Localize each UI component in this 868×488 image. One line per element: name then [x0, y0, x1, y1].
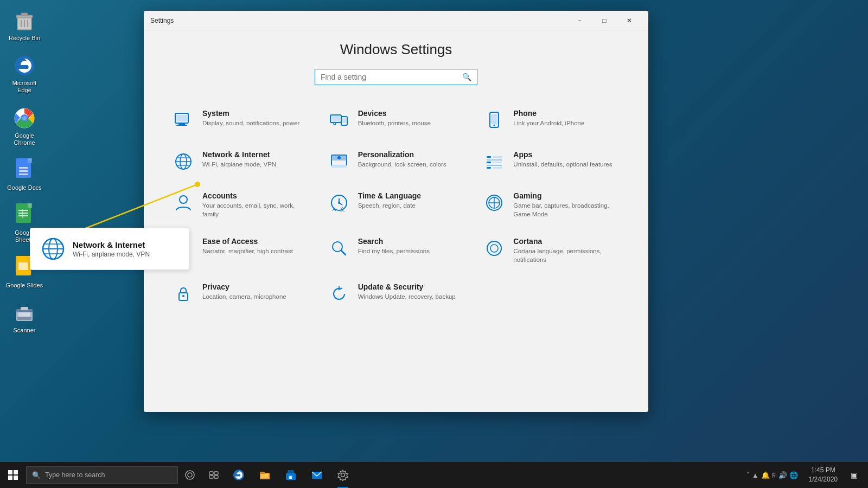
- phone-icon: [483, 109, 506, 132]
- ease-name: Ease of Access: [202, 237, 309, 246]
- setting-item-gaming[interactable]: Gaming Game bar, captures, broadcasting,…: [476, 184, 627, 226]
- update-desc: Windows Update, recovery, backup: [358, 292, 465, 301]
- search-name: Search: [358, 237, 465, 246]
- taskbar-settings-app[interactable]: [330, 462, 356, 488]
- taskbar-cortana-button[interactable]: [178, 462, 202, 488]
- accounts-icon: [172, 191, 195, 214]
- svg-rect-37: [342, 118, 346, 123]
- start-button[interactable]: [0, 462, 26, 488]
- desktop: Recycle Bin Microsoft Edge: [0, 0, 868, 488]
- taskbar-search-box[interactable]: 🔍 Type here to search: [26, 466, 178, 484]
- settings-search-box[interactable]: 🔍: [315, 69, 477, 85]
- svg-rect-21: [28, 203, 32, 208]
- time-name: Time & Language: [358, 191, 465, 200]
- svg-text:⊞: ⊞: [289, 475, 292, 480]
- search-icon: 🔍: [462, 73, 471, 81]
- taskbar-clock[interactable]: 1:45 PM 1/24/2020: [802, 462, 844, 488]
- gaming-desc: Game bar, captures, broadcasting, Game M…: [513, 201, 620, 219]
- clock-time: 1:45 PM: [811, 466, 835, 475]
- svg-rect-23: [18, 262, 28, 270]
- svg-rect-2: [21, 13, 28, 16]
- svg-point-41: [494, 125, 495, 126]
- recycle-bin-icon[interactable]: Recycle Bin: [3, 5, 46, 45]
- svg-point-106: [341, 473, 345, 477]
- svg-rect-49: [331, 165, 347, 168]
- cortana-desc: Cortana language, permissions, notificat…: [513, 247, 620, 264]
- svg-rect-18: [18, 213, 28, 214]
- tray-icons: ▲ 🔔 ⎘ 🔊 🌐: [752, 471, 798, 479]
- svg-text:文: 文: [340, 207, 345, 212]
- svg-rect-52: [487, 159, 502, 160]
- maximize-button[interactable]: □: [592, 12, 617, 29]
- svg-rect-51: [487, 156, 491, 158]
- svg-text:A: A: [333, 207, 336, 212]
- svg-rect-56: [493, 156, 502, 158]
- update-icon: [328, 282, 350, 305]
- svg-rect-55: [487, 167, 491, 169]
- system-tray[interactable]: ˄ ▲ 🔔 ⎘ 🔊 🌐: [742, 462, 802, 488]
- scanner-icon[interactable]: Scanner: [3, 298, 46, 337]
- svg-point-80: [182, 295, 184, 297]
- setting-item-cortana[interactable]: Cortana Cortana language, permissions, n…: [476, 229, 627, 272]
- google-chrome-icon[interactable]: Google Chrome: [3, 103, 46, 150]
- close-button[interactable]: ✕: [617, 12, 642, 29]
- notification-center-button[interactable]: ▣: [844, 462, 864, 488]
- taskbar-mail-app[interactable]: [304, 462, 330, 488]
- desktop-icons-area: Recycle Bin Microsoft Edge: [0, 0, 49, 343]
- taskbar-right: ˄ ▲ 🔔 ⎘ 🔊 🌐 1:45 PM 1/24/2020 ▣: [742, 462, 868, 488]
- setting-item-time[interactable]: A文 Time & Language Speech, region, date: [321, 184, 471, 226]
- title-bar: Settings − □ ✕: [144, 11, 648, 30]
- settings-window: Settings − □ ✕ Windows Settings 🔍: [144, 11, 648, 412]
- taskbar-explorer-app[interactable]: [252, 462, 278, 488]
- tray-icon-speaker: 🔊: [778, 471, 787, 479]
- setting-item-search[interactable]: Search Find my files, permissions: [321, 229, 471, 272]
- privacy-desc: Location, camera, microphone: [202, 292, 309, 301]
- svg-point-50: [337, 156, 341, 159]
- setting-item-system[interactable]: System Display, sound, notifications, po…: [165, 101, 316, 139]
- setting-item-apps[interactable]: Apps Uninstall, defaults, optional featu…: [476, 143, 627, 181]
- system-icon: [172, 109, 195, 132]
- privacy-name: Privacy: [202, 282, 309, 291]
- setting-item-phone[interactable]: Phone Link your Android, iPhone: [476, 101, 627, 139]
- tray-icon-network: 🌐: [789, 471, 798, 479]
- setting-item-accounts[interactable]: Accounts Your accounts, email, sync, wor…: [165, 184, 316, 226]
- svg-line-76: [341, 251, 346, 255]
- docs-label: Google Docs: [7, 184, 42, 191]
- taskbar-apps: ⊞: [226, 462, 356, 488]
- personalization-name: Personalization: [358, 150, 465, 159]
- taskbar-store-app[interactable]: ⊞: [278, 462, 304, 488]
- tray-arrow: ˄: [746, 471, 750, 479]
- update-name: Update & Security: [358, 282, 465, 291]
- callout-desc: Wi-Fi, airplane mode, VPN: [73, 251, 150, 258]
- ease-desc: Narrator, magnifier, high contrast: [202, 247, 309, 255]
- setting-item-privacy[interactable]: Privacy Location, camera, microphone: [165, 275, 316, 313]
- setting-item-personalization[interactable]: Personalization Background, lock screen,…: [321, 143, 471, 181]
- google-docs-icon[interactable]: Google Docs: [3, 155, 46, 195]
- svg-rect-97: [214, 476, 218, 478]
- phone-name: Phone: [513, 109, 620, 118]
- network-desc: Wi-Fi, airplane mode, VPN: [202, 160, 309, 169]
- svg-rect-35: [331, 116, 340, 121]
- clock-date: 1/24/2020: [809, 475, 838, 484]
- svg-rect-13: [19, 170, 28, 172]
- edge-label: Microsoft Edge: [5, 80, 44, 94]
- phone-desc: Link your Android, iPhone: [513, 119, 620, 127]
- svg-rect-54: [487, 165, 502, 166]
- system-name: System: [202, 109, 309, 118]
- setting-item-update[interactable]: Update & Security Windows Update, recove…: [321, 275, 471, 313]
- settings-search-input[interactable]: [321, 73, 462, 81]
- taskbar-edge-app[interactable]: [226, 462, 252, 488]
- svg-rect-53: [487, 162, 491, 163]
- svg-rect-33: [176, 115, 187, 121]
- microsoft-edge-icon[interactable]: Microsoft Edge: [3, 50, 46, 97]
- scanner-label: Scanner: [14, 327, 36, 334]
- time-icon: A文: [328, 191, 350, 214]
- setting-item-devices[interactable]: Devices Bluetooth, printers, mouse: [321, 101, 471, 139]
- setting-item-network[interactable]: Network & Internet Wi-Fi, airplane mode,…: [165, 143, 316, 181]
- svg-point-38: [334, 123, 336, 125]
- minimize-button[interactable]: −: [567, 12, 592, 29]
- apps-icon: [483, 150, 506, 173]
- taskbar-task-view-button[interactable]: [202, 462, 226, 488]
- devices-icon: [328, 109, 350, 132]
- devices-name: Devices: [358, 109, 465, 118]
